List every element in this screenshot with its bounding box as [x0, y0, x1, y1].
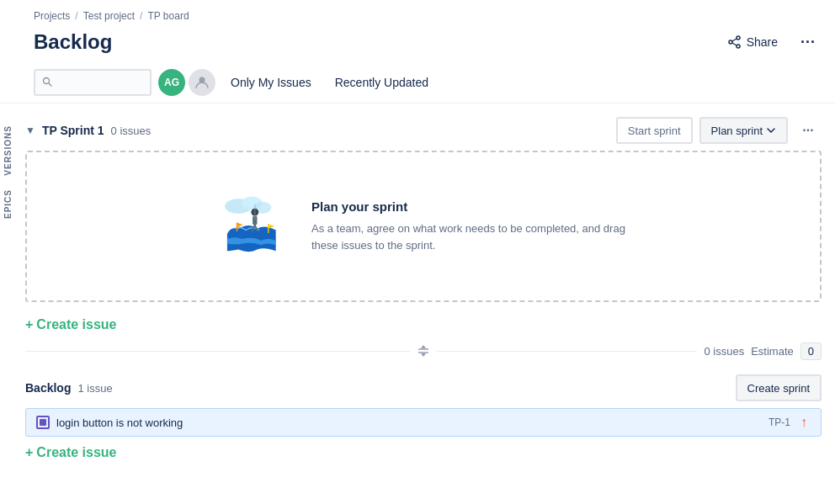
- sprint-illustration: [215, 193, 291, 260]
- sprint-dropzone: Plan your sprint As a team, agree on wha…: [25, 151, 822, 302]
- avatar-ag[interactable]: AG: [158, 69, 185, 96]
- plan-sprint-button[interactable]: Plan sprint: [699, 117, 788, 144]
- more-dots: ···: [800, 34, 816, 51]
- svg-marker-22: [421, 345, 426, 348]
- search-input[interactable]: [52, 77, 143, 89]
- breadcrumb-projects[interactable]: Projects: [34, 10, 70, 22]
- resize-icon: [417, 344, 430, 358]
- issue-title: login button is not working: [56, 416, 762, 429]
- more-options-button[interactable]: ···: [795, 29, 822, 56]
- estimate-info: 0 issues Estimate 0: [697, 342, 822, 360]
- page-title: Backlog: [34, 30, 112, 54]
- story-icon: [40, 419, 46, 426]
- side-labels: VERSIONS EPICS: [0, 110, 19, 479]
- toolbar: AG Only My Issues Recently Updated: [0, 62, 835, 103]
- svg-marker-17: [237, 223, 242, 227]
- backlog-name: Backlog: [25, 381, 71, 395]
- start-sprint-button[interactable]: Start sprint: [616, 117, 693, 144]
- person-icon: [194, 74, 210, 91]
- divider-icon: [410, 344, 437, 358]
- recently-updated-button[interactable]: Recently Updated: [327, 69, 437, 96]
- page-header: Backlog Share ···: [0, 25, 835, 62]
- svg-point-2: [729, 40, 732, 44]
- breadcrumb-sep2: /: [140, 10, 142, 22]
- issue-type-icon: [36, 416, 50, 429]
- avatar-ag-initials: AG: [164, 77, 179, 88]
- priority-high-icon: ↑: [800, 415, 807, 430]
- svg-point-1: [737, 45, 740, 48]
- sprint-more-dots: ···: [802, 123, 813, 138]
- epics-label[interactable]: EPICS: [0, 183, 19, 225]
- versions-label[interactable]: VERSIONS: [0, 119, 19, 183]
- sprint-empty-text: Plan your sprint As a team, agree on wha…: [311, 199, 631, 253]
- share-label: Share: [747, 35, 778, 49]
- sprint-actions: Start sprint Plan sprint ···: [616, 117, 822, 144]
- estimate-label: Estimate: [751, 345, 794, 358]
- backlog-create-issue-link[interactable]: + Create issue: [25, 440, 117, 465]
- sprint-name: TP Sprint 1: [42, 124, 104, 137]
- svg-point-0: [737, 36, 740, 40]
- sprint-count: 0 issues: [111, 125, 152, 137]
- breadcrumb-test-project[interactable]: Test project: [83, 10, 135, 22]
- backlog-create-issue-label: Create issue: [36, 445, 116, 460]
- breadcrumb-sep1: /: [75, 10, 77, 22]
- avatar-group: AG: [158, 69, 215, 96]
- main-layout: VERSIONS EPICS ▼ TP Sprint 1 0 issues St…: [0, 110, 835, 479]
- chevron-down-icon: [766, 125, 776, 135]
- create-sprint-button[interactable]: Create sprint: [736, 374, 822, 401]
- svg-line-4: [732, 43, 737, 45]
- plus-icon-sprint: +: [25, 317, 33, 332]
- share-button[interactable]: Share: [718, 30, 788, 54]
- sprint-create-issue-label: Create issue: [36, 317, 116, 332]
- svg-line-3: [732, 39, 737, 41]
- backlog-count: 1 issue: [77, 382, 112, 395]
- breadcrumb-tp-board[interactable]: TP board: [147, 10, 189, 22]
- share-icon: [728, 35, 742, 49]
- sprint-empty: Plan your sprint As a team, agree on wha…: [195, 172, 652, 280]
- estimate-badge: 0: [800, 342, 822, 360]
- plan-sprint-label: Plan sprint: [711, 125, 763, 137]
- avatar-default[interactable]: [189, 69, 215, 96]
- divider-issue-count: 0 issues: [704, 345, 744, 358]
- search-icon: [42, 77, 52, 89]
- svg-marker-23: [421, 353, 426, 357]
- plus-icon-backlog: +: [25, 445, 33, 460]
- header-actions: Share ···: [718, 29, 822, 56]
- backlog-header: Backlog 1 issue Create sprint: [25, 368, 822, 408]
- svg-marker-19: [269, 224, 274, 228]
- issue-priority-icon: ↑: [797, 416, 811, 429]
- content-area: ▼ TP Sprint 1 0 issues Start sprint Plan…: [19, 110, 835, 479]
- breadcrumb: Projects / Test project / TP board: [0, 0, 835, 25]
- svg-line-6: [49, 82, 51, 85]
- sprint-create-issue-link[interactable]: + Create issue: [25, 312, 117, 337]
- sprint-more-button[interactable]: ···: [795, 117, 822, 144]
- sprint-empty-title: Plan your sprint: [311, 199, 631, 214]
- table-row[interactable]: login button is not working TP-1 ↑: [25, 408, 822, 437]
- issue-key: TP-1: [769, 416, 790, 428]
- sprint-empty-desc: As a team, agree on what work needs to b…: [311, 220, 631, 253]
- only-my-issues-button[interactable]: Only My Issues: [222, 69, 320, 96]
- sprint-toggle[interactable]: ▼: [25, 125, 35, 136]
- backlog-divider: 0 issues Estimate 0: [25, 337, 822, 364]
- search-box[interactable]: [34, 69, 152, 96]
- sprint-header: ▼ TP Sprint 1 0 issues Start sprint Plan…: [25, 110, 822, 151]
